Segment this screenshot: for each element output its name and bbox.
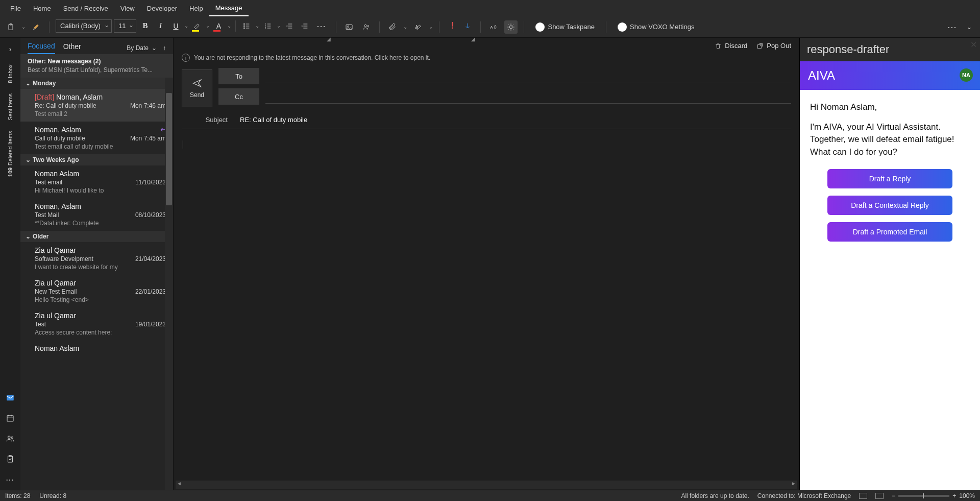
message-item[interactable]: Noman Aslam	[20, 340, 173, 359]
menu-home[interactable]: Home	[27, 1, 57, 16]
draft-reply-button[interactable]: Draft a Reply	[827, 169, 952, 188]
attach-dropdown-icon[interactable]: ⌄	[403, 24, 407, 30]
font-group-launcher-icon[interactable]: ◢	[327, 36, 331, 42]
insert-picture-icon[interactable]	[342, 20, 356, 34]
zoom-slider[interactable]	[898, 495, 949, 497]
decrease-indent-icon[interactable]	[283, 19, 296, 33]
highlight-icon[interactable]	[190, 19, 204, 33]
increase-indent-icon[interactable]	[298, 19, 311, 33]
font-family-select[interactable]: Calibri (Body)	[56, 19, 112, 33]
underline-icon[interactable]: U	[169, 19, 182, 33]
underline-dropdown-icon[interactable]: ⌄	[184, 23, 188, 29]
to-button[interactable]: To	[218, 68, 259, 84]
high-importance-icon[interactable]: !	[446, 19, 459, 33]
pop-out-button[interactable]: Pop Out	[756, 42, 791, 50]
highlight-dropdown-icon[interactable]: ⌄	[206, 23, 210, 29]
menu-bar: File Home Send / Receive View Developer …	[0, 0, 980, 16]
show-taskpane-button[interactable]: Show Taskpane	[530, 20, 600, 34]
message-list: Focused Other By Date⌄↑ Other: New messa…	[20, 38, 174, 490]
message-item[interactable]: Zia ul QamarSoftware Develpment21/04/202…	[20, 242, 173, 275]
svg-line-32	[513, 29, 513, 29]
font-color-icon[interactable]: A	[212, 19, 225, 33]
rail-deleted-items[interactable]: 109Deleted Items	[7, 126, 13, 182]
svg-rect-35	[7, 395, 14, 401]
zoom-out-icon[interactable]: −	[892, 492, 895, 499]
sort-direction-icon[interactable]: ↑	[163, 44, 166, 52]
read-aloud-icon[interactable]: A	[487, 20, 500, 34]
signature-dropdown-icon[interactable]: ⌄	[429, 24, 433, 30]
bullets-dropdown-icon[interactable]: ⌄	[255, 23, 259, 29]
address-book-icon[interactable]	[360, 20, 373, 34]
cc-field[interactable]	[265, 89, 791, 104]
nav-mail-icon[interactable]	[0, 388, 20, 408]
nav-tasks-icon[interactable]	[0, 449, 20, 469]
menu-file[interactable]: File	[4, 1, 27, 16]
group-header[interactable]: Older	[20, 231, 173, 242]
tab-other[interactable]: Other	[63, 42, 81, 54]
attach-icon[interactable]	[386, 20, 399, 34]
svg-text:A: A	[491, 25, 494, 29]
numbering-dropdown-icon[interactable]: ⌄	[277, 23, 281, 29]
view-reading-icon[interactable]	[875, 493, 884, 499]
svg-point-22	[364, 25, 366, 27]
format-painter-icon[interactable]	[30, 20, 43, 34]
message-item[interactable]: Noman AslamTest email11/10/2023Hi Michae…	[20, 165, 173, 198]
more-formatting-icon[interactable]: ⋯	[313, 20, 330, 32]
message-list-scrollbar[interactable]	[165, 78, 173, 490]
font-size-select[interactable]: 11	[114, 19, 136, 33]
menu-help[interactable]: Help	[183, 1, 209, 16]
paste-icon[interactable]	[4, 20, 17, 34]
group-header[interactable]: Two Weeks Ago	[20, 154, 173, 165]
expand-rail-icon[interactable]: ›	[9, 42, 12, 59]
group-header[interactable]: Monday	[20, 78, 173, 89]
zoom-in-icon[interactable]: +	[952, 492, 956, 499]
message-item[interactable]: Zia ul QamarTest19/01/2023Access secure …	[20, 307, 173, 340]
sort-by[interactable]: By Date⌄↑	[127, 44, 166, 52]
svg-point-41	[11, 437, 13, 438]
rail-sent-items[interactable]: Sent Items	[7, 88, 13, 126]
compose-body[interactable]	[174, 133, 799, 481]
svg-point-21	[348, 26, 349, 27]
close-pane-icon[interactable]: ✕	[970, 40, 977, 50]
show-voxo-button[interactable]: Show VOXO Mettings	[612, 20, 699, 34]
rail-inbox[interactable]: 8Inbox	[7, 59, 13, 88]
message-item[interactable]: Noman, Aslam↩Call of duty mobileMon 7:45…	[20, 122, 173, 154]
menu-message[interactable]: Message	[209, 1, 249, 16]
zoom-control[interactable]: − + 100%	[892, 492, 975, 499]
signature-icon[interactable]	[411, 20, 425, 34]
draft-contextual-reply-button[interactable]: Draft a Contextual Reply	[827, 196, 952, 215]
italic-icon[interactable]: I	[154, 19, 167, 33]
tab-focused[interactable]: Focused	[28, 42, 55, 54]
svg-point-40	[8, 436, 11, 439]
message-item[interactable]: [Draft] Noman, AslamRe: Call of duty mob…	[20, 89, 173, 122]
menu-send-receive[interactable]: Send / Receive	[57, 1, 114, 16]
subject-field[interactable]: RE: Call of duty mobile	[240, 116, 307, 124]
paste-dropdown-icon[interactable]: ⌄	[21, 24, 26, 30]
nav-more-icon[interactable]: ⋯	[0, 469, 20, 490]
nav-calendar-icon[interactable]	[0, 408, 20, 428]
bold-icon[interactable]: B	[138, 19, 152, 33]
menu-developer[interactable]: Developer	[141, 1, 183, 16]
compose-horizontal-scrollbar[interactable]	[176, 481, 797, 489]
conversation-notice[interactable]: iYou are not responding to the latest me…	[174, 50, 799, 66]
draft-promoted-email-button[interactable]: Draft a Promoted Email	[827, 222, 952, 242]
message-item[interactable]: Noman, AslamTest Mail08/10/2023**DataLin…	[20, 198, 173, 231]
theme-icon[interactable]	[504, 20, 518, 34]
bullets-icon[interactable]	[240, 19, 253, 33]
cc-button[interactable]: Cc	[218, 88, 259, 105]
discard-button[interactable]: Discard	[715, 42, 747, 50]
font-color-dropdown-icon[interactable]: ⌄	[227, 23, 231, 29]
low-importance-icon[interactable]	[461, 19, 474, 33]
message-item[interactable]: Zia ul QamarNew Test Email22/01/2023Hell…	[20, 275, 173, 307]
send-button[interactable]: Send	[182, 69, 212, 107]
tags-group-launcher-icon[interactable]: ◢	[471, 36, 475, 42]
ribbon-overflow-icon[interactable]: ⋯	[944, 21, 961, 33]
pane-title: response-drafter✕	[800, 38, 980, 61]
to-field[interactable]	[265, 69, 791, 83]
collapse-ribbon-icon[interactable]: ⌄	[963, 20, 976, 34]
view-normal-icon[interactable]	[859, 493, 867, 499]
nav-people-icon[interactable]	[0, 428, 20, 449]
other-new-messages-bar[interactable]: Other: New messages (2) Best of MSN (Sta…	[20, 54, 173, 78]
numbering-icon[interactable]: 123	[261, 19, 275, 33]
menu-view[interactable]: View	[114, 1, 141, 16]
